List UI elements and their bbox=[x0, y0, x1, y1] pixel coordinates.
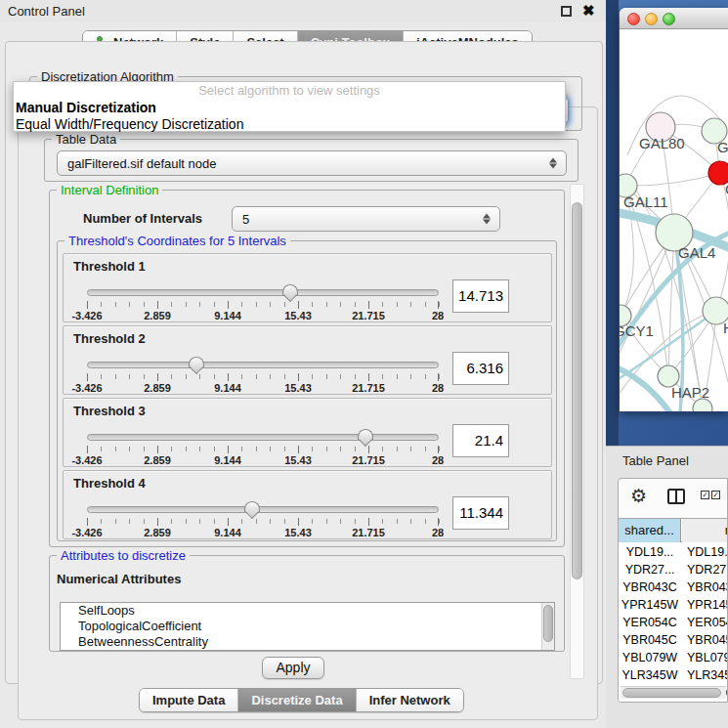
number-of-intervals-value: 5 bbox=[242, 212, 249, 227]
thresholds-group: Threshold's Coordinates for 5 Intervals … bbox=[57, 240, 557, 541]
axis-label: 28 bbox=[432, 382, 444, 394]
table-panel: Table Panel ⚙ ✓ ✓ shared... name YDL19..… bbox=[606, 446, 728, 728]
slider-track[interactable] bbox=[87, 362, 439, 368]
close-traffic-light-icon[interactable] bbox=[627, 13, 640, 25]
threshold-2-slider[interactable]: -3.426 2.859 9.144 15.43 21.715 28 bbox=[87, 356, 439, 395]
tab-discretize-data[interactable]: Discretize Data bbox=[238, 689, 356, 711]
settings-vertical-scrollbar[interactable] bbox=[570, 184, 584, 679]
threshold-4-slider-handle[interactable] bbox=[244, 501, 260, 512]
algorithm-prompt-item: Select algorithm to view settings bbox=[14, 82, 565, 100]
table-row[interactable]: YPR145WYPR145W bbox=[619, 596, 728, 614]
threshold-1-slider[interactable]: -3.426 2.859 9.144 15.43 21.715 28 bbox=[87, 283, 439, 322]
zoom-traffic-light-icon[interactable] bbox=[663, 13, 675, 25]
axis-label: 2.859 bbox=[144, 527, 171, 538]
interval-definition-title: Interval Definition bbox=[57, 183, 162, 197]
slider-minor-ticks bbox=[87, 374, 440, 379]
minimize-traffic-light-icon[interactable] bbox=[645, 13, 658, 25]
node-label-ga: GA bbox=[717, 139, 728, 155]
gear-icon[interactable]: ⚙ bbox=[630, 485, 647, 507]
table-body: YDL19...YDL19... YDR27...YDR27... YBR043… bbox=[619, 543, 728, 702]
table-row[interactable]: YLR345WYLR345W bbox=[619, 666, 728, 684]
axis-label: 21.715 bbox=[352, 454, 385, 466]
axis-label: -3.426 bbox=[71, 527, 102, 538]
network-canvas[interactable]: GAL80 GA C GAL11 GAL4 GCY1 H HAP2 bbox=[620, 30, 728, 411]
attributes-list-scrollbar[interactable] bbox=[541, 603, 554, 650]
table-panel-title: Table Panel bbox=[622, 453, 689, 468]
node-label-hap2: HAP2 bbox=[671, 384, 709, 401]
close-icon[interactable]: ✖ bbox=[582, 2, 595, 20]
slider-track[interactable] bbox=[87, 289, 439, 296]
threshold-1-value-field[interactable]: 14.713 bbox=[452, 279, 509, 313]
axis-label: 9.144 bbox=[214, 382, 241, 394]
axis-label: 15.43 bbox=[284, 527, 312, 538]
table-row[interactable]: YER054CYER054C bbox=[619, 614, 728, 631]
combo-stepper-icon bbox=[549, 158, 557, 169]
table-toolbar: ⚙ ✓ ✓ bbox=[619, 479, 728, 517]
node-label-gcy1: GCY1 bbox=[620, 322, 654, 339]
slider-track[interactable] bbox=[87, 506, 439, 513]
threshold-4-value-field[interactable]: 11.344 bbox=[452, 496, 509, 530]
table-row[interactable]: YBL079WYBL079W bbox=[619, 649, 728, 666]
table-scrollbar-thumb[interactable] bbox=[622, 688, 721, 698]
list-item[interactable]: TopologicalCoefficient bbox=[61, 619, 554, 634]
threshold-1-label: Threshold 1 bbox=[73, 259, 146, 274]
float-window-icon[interactable] bbox=[561, 6, 572, 17]
table-row[interactable]: YDL19...YDL19... bbox=[619, 543, 728, 561]
threshold-3-slider-handle[interactable] bbox=[358, 429, 373, 440]
list-item[interactable]: BetweennessCentrality bbox=[61, 634, 554, 650]
numerical-attributes-label: Numerical Attributes bbox=[57, 572, 181, 586]
threshold-4-label: Threshold 4 bbox=[73, 476, 146, 491]
axis-label: 9.144 bbox=[214, 454, 241, 466]
threshold-4-slider[interactable]: -3.426 2.859 9.144 15.43 21.715 28 bbox=[87, 500, 439, 539]
table-row[interactable]: YDR27...YDR27... bbox=[619, 561, 728, 578]
table-data-title: Table Data bbox=[52, 132, 120, 147]
threshold-3-panel: Threshold 3 -3.426 2.859 9.144 15.43 21.… bbox=[63, 398, 552, 467]
network-view-window[interactable]: GAL80 GA C GAL11 GAL4 GCY1 H HAP2 bbox=[620, 8, 728, 411]
column-header-shared-name[interactable]: shared... bbox=[619, 519, 681, 542]
table-row[interactable]: YBR043CYBR043C bbox=[619, 578, 728, 596]
threshold-3-value-field[interactable]: 21.4 bbox=[452, 424, 509, 457]
numerical-attributes-list: SelfLoops TopologicalCoefficient Between… bbox=[60, 602, 555, 651]
network-window-titlebar[interactable] bbox=[620, 8, 728, 29]
threshold-3-label: Threshold 3 bbox=[73, 404, 146, 418]
combo-stepper-icon bbox=[483, 214, 491, 225]
threshold-1-slider-handle[interactable] bbox=[282, 284, 298, 295]
axis-label: 21.715 bbox=[352, 310, 385, 321]
attributes-group-title: Attributes to discretize bbox=[57, 548, 190, 563]
attributes-scrollbar-thumb[interactable] bbox=[543, 605, 553, 642]
node-label-h: H bbox=[723, 320, 728, 336]
axis-label: 2.859 bbox=[144, 454, 171, 466]
axis-label: 15.43 bbox=[284, 382, 312, 394]
tab-infer-network[interactable]: Infer Network bbox=[357, 689, 463, 711]
number-of-intervals-combobox[interactable]: 5 bbox=[232, 206, 500, 232]
axis-label: -3.426 bbox=[71, 382, 102, 394]
cytoscape-desktop: GAL80 GA C GAL11 GAL4 GCY1 H HAP2 bbox=[606, 0, 728, 446]
threshold-2-label: Threshold 2 bbox=[73, 331, 146, 346]
table-data-combobox[interactable]: galFiltered.sif default node bbox=[57, 150, 567, 176]
apply-button[interactable]: Apply bbox=[262, 657, 324, 679]
slider-track[interactable] bbox=[87, 434, 439, 441]
split-view-icon[interactable] bbox=[667, 489, 685, 504]
table-row[interactable]: YBR045CYBR045C bbox=[619, 631, 728, 649]
slider-minor-ticks bbox=[87, 302, 440, 307]
axis-label: 9.144 bbox=[214, 527, 241, 538]
cyni-mode-tabs: Impute Data Discretize Data Infer Networ… bbox=[139, 688, 464, 712]
axis-label: 15.43 bbox=[284, 310, 312, 321]
axis-label: -3.426 bbox=[71, 310, 102, 321]
algorithm-option-manual[interactable]: Manual Discretization bbox=[14, 100, 565, 116]
threshold-2-value-field[interactable]: 6.316 bbox=[452, 352, 509, 385]
attributes-group: Attributes to discretize Numerical Attri… bbox=[49, 555, 565, 652]
node-label-gal80: GAL80 bbox=[639, 135, 685, 151]
select-columns-icon[interactable]: ✓ ✓ bbox=[701, 491, 720, 499]
slider-minor-ticks bbox=[87, 447, 440, 451]
tab-impute-data[interactable]: Impute Data bbox=[140, 689, 238, 711]
table-data-selected-value: galFiltered.sif default node bbox=[67, 156, 216, 171]
column-header-name[interactable]: name bbox=[682, 519, 728, 542]
table-horizontal-scrollbar[interactable] bbox=[621, 686, 726, 699]
threshold-3-slider[interactable]: -3.426 2.859 9.144 15.43 21.715 28 bbox=[87, 428, 439, 467]
settings-scrollbar-thumb[interactable] bbox=[572, 202, 582, 579]
axis-label: 28 bbox=[432, 454, 444, 466]
list-item[interactable]: SelfLoops bbox=[61, 603, 554, 619]
algorithm-option-equal-width[interactable]: Equal Width/Frequency Discretization bbox=[14, 116, 565, 133]
threshold-2-slider-handle[interactable] bbox=[189, 357, 204, 367]
